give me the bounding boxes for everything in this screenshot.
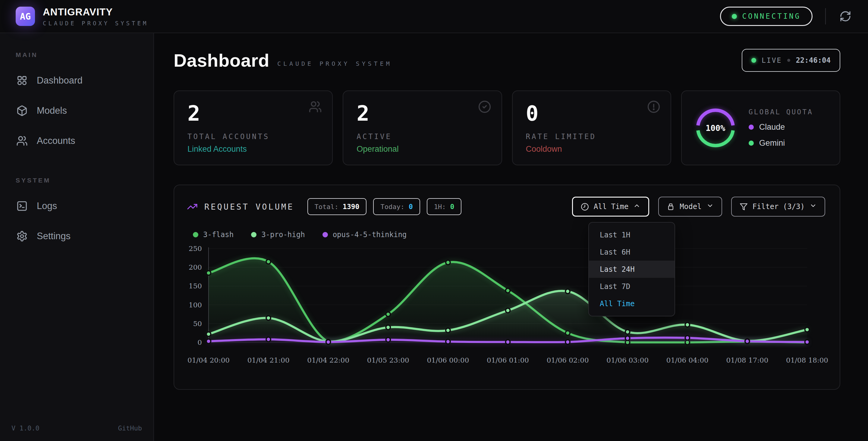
version-text: V 1.0.0 [11, 424, 39, 432]
menu-item-last-24h[interactable]: Last 24H [589, 261, 675, 278]
svg-text:01/04 21:00: 01/04 21:00 [247, 356, 290, 364]
stat-label: ACTIVE [356, 133, 488, 141]
cube-icon [16, 105, 28, 116]
time-range-dropdown: Last 1H Last 6H Last 24H Last 7D All Tim… [588, 222, 675, 317]
sidebar-item-label: Settings [37, 231, 70, 242]
svg-text:100: 100 [189, 301, 202, 309]
pill-value: 1390 [343, 203, 359, 210]
legend-name: 3-flash [203, 231, 234, 239]
pill-value: 0 [409, 203, 413, 210]
refresh-icon [839, 10, 851, 22]
trending-up-icon [187, 201, 198, 212]
total-pill: Total: 1390 [307, 198, 367, 215]
chevron-down-icon [809, 202, 817, 211]
series-dot-icon [322, 232, 328, 237]
pill-value: 0 [450, 203, 455, 210]
sidebar-item-logs[interactable]: Logs [11, 194, 142, 218]
today-pill: Today: 0 [373, 198, 420, 215]
card-total-accounts: 2 TOTAL ACCOUNTS Linked Accounts [174, 90, 333, 165]
svg-text:0: 0 [197, 339, 202, 346]
sidebar-item-label: Models [37, 105, 67, 116]
chart-legend: 3-flash 3-pro-high opus-4-5-thinking [193, 231, 825, 239]
svg-text:01/08 18:00: 01/08 18:00 [786, 356, 828, 364]
refresh-button[interactable] [838, 9, 852, 23]
svg-text:50: 50 [193, 320, 202, 328]
gemini-dot-icon [749, 141, 754, 146]
brand-block: ANTIGRAVITY CLAUDE PROXY SYSTEM [43, 6, 148, 27]
legend-name: 3-pro-high [261, 231, 305, 239]
quota-percent: 100% [695, 108, 736, 148]
stat-value: 0 [526, 102, 657, 125]
app-title: ANTIGRAVITY [43, 6, 148, 18]
live-label: LIVE [762, 56, 782, 64]
app-header: AG ANTIGRAVITY CLAUDE PROXY SYSTEM CONNE… [0, 0, 868, 33]
quota-donut: 100% [695, 108, 736, 148]
terminal-icon [16, 200, 28, 212]
quota-item-name: Gemini [759, 139, 785, 148]
legend-item: 3-flash [193, 231, 234, 239]
github-link[interactable]: GitHub [118, 424, 142, 432]
model-filter-label: Model [680, 202, 701, 211]
page-title: Dashboard [174, 50, 270, 71]
pill-label: Today: [380, 203, 404, 210]
quota-item-name: Claude [759, 122, 785, 132]
quota-title: GLOBAL QUOTA [749, 108, 813, 116]
svg-text:01/05 23:00: 01/05 23:00 [367, 356, 409, 364]
chevron-down-icon [707, 202, 714, 211]
users-icon [16, 135, 28, 147]
series-filter-button[interactable]: Filter (3/3) [731, 197, 825, 216]
menu-item-all-time[interactable]: All Time [589, 295, 675, 312]
menu-item-last-1h[interactable]: Last 1H [589, 226, 675, 243]
time-range-label: All Time [594, 202, 629, 211]
model-filter-button[interactable]: Model [658, 197, 722, 216]
users-icon [309, 100, 322, 115]
grid-icon [16, 75, 28, 86]
menu-item-last-7d[interactable]: Last 7D [589, 278, 675, 295]
connection-status-badge: CONNECTING [720, 7, 813, 26]
chevron-up-icon [633, 202, 641, 211]
panel-title: REQUEST VOLUME [204, 202, 294, 211]
app-root: AG ANTIGRAVITY CLAUDE PROXY SYSTEM CONNE… [0, 0, 868, 441]
model-box-icon [667, 203, 675, 211]
svg-text:01/04 22:00: 01/04 22:00 [307, 356, 349, 364]
header-divider [825, 8, 826, 24]
claude-dot-icon [749, 124, 754, 130]
series-dot-icon [193, 232, 198, 237]
svg-text:01/06 03:00: 01/06 03:00 [607, 356, 649, 364]
svg-text:200: 200 [189, 263, 202, 271]
stat-sub: Linked Accounts [187, 145, 319, 154]
main-content: Dashboard CLAUDE PROXY SYSTEM LIVE 22:46… [154, 33, 868, 441]
sidebar-item-label: Logs [37, 201, 57, 211]
menu-item-last-6h[interactable]: Last 6H [589, 243, 675, 261]
svg-text:01/06 00:00: 01/06 00:00 [427, 356, 469, 364]
svg-text:150: 150 [189, 282, 202, 290]
stat-value: 2 [187, 102, 319, 125]
gear-icon [16, 231, 28, 242]
sidebar-section-system: SYSTEM [16, 177, 142, 184]
sidebar-item-label: Dashboard [37, 75, 83, 86]
live-separator-dot [787, 59, 790, 62]
sidebar-section-main: MAIN [16, 51, 142, 59]
series-filter-label: Filter (3/3) [752, 202, 805, 211]
card-rate-limited: 0 RATE LIMITED Cooldown [512, 90, 671, 165]
time-range-button[interactable]: All Time [572, 197, 650, 216]
connection-status-text: CONNECTING [742, 12, 801, 21]
series-dot-icon [251, 232, 256, 237]
sidebar-item-accounts[interactable]: Accounts [11, 129, 142, 153]
svg-text:250: 250 [189, 245, 202, 253]
legend-name: opus-4-5-thinking [333, 231, 407, 239]
live-dot-icon [751, 58, 756, 63]
line-chart[interactable]: 05010015020025001/04 20:0001/04 21:0001/… [187, 241, 825, 368]
clock-icon [581, 203, 589, 211]
sidebar-item-dashboard[interactable]: Dashboard [11, 69, 142, 92]
svg-text:01/04 20:00: 01/04 20:00 [187, 356, 230, 364]
legend-item: opus-4-5-thinking [322, 231, 407, 239]
connection-dot-icon [732, 14, 737, 19]
sidebar-item-models[interactable]: Models [11, 99, 142, 122]
app-subtitle: CLAUDE PROXY SYSTEM [43, 20, 148, 27]
stat-sub: Operational [356, 145, 488, 154]
sidebar-item-settings[interactable]: Settings [11, 225, 142, 248]
request-volume-panel: REQUEST VOLUME Total: 1390 Today: 0 1H: … [174, 185, 840, 390]
stat-label: TOTAL ACCOUNTS [187, 133, 319, 141]
svg-text:01/06 04:00: 01/06 04:00 [666, 356, 709, 364]
